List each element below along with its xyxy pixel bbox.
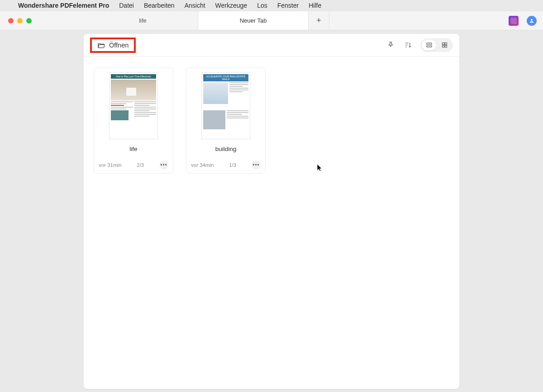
menu-hilfe[interactable]: Hilfe — [309, 2, 321, 9]
app-logo-icon[interactable] — [509, 16, 519, 26]
open-button[interactable]: Öffnen — [90, 38, 136, 53]
file-time: vor 34min — [191, 162, 214, 168]
window-controls — [0, 18, 32, 24]
close-window-button[interactable] — [8, 18, 14, 24]
new-tab-button[interactable]: + — [309, 11, 329, 30]
file-card[interactable]: How to Plan your Time Effectively life — [94, 67, 173, 174]
tab-life[interactable]: life — [88, 11, 198, 30]
menu-datei[interactable]: Datei — [119, 2, 134, 9]
svg-rect-5 — [442, 45, 444, 47]
document-tabs: life Neuer Tab + — [88, 11, 329, 30]
file-more-button[interactable]: ••• — [252, 161, 261, 170]
file-title: life — [99, 146, 168, 152]
svg-rect-1 — [426, 43, 431, 44]
tab-label: life — [139, 17, 147, 24]
user-avatar[interactable] — [527, 16, 537, 26]
menu-werkzeuge[interactable]: Werkzeuge — [215, 2, 248, 9]
menu-los[interactable]: Los — [257, 2, 267, 9]
minimize-window-button[interactable] — [17, 18, 23, 24]
pin-icon[interactable] — [386, 41, 395, 50]
file-pages: 2/3 — [137, 162, 144, 168]
grid-view-button[interactable] — [437, 40, 452, 51]
file-card[interactable]: ACCELERATE YOUR REAL ESTATE DEALS — [186, 67, 266, 174]
open-button-label: Öffnen — [109, 42, 129, 49]
app-name[interactable]: Wondershare PDFelement Pro — [18, 2, 109, 9]
file-thumbnail: How to Plan your Time Effectively — [109, 72, 158, 139]
list-view-button[interactable] — [422, 40, 436, 51]
svg-rect-6 — [445, 45, 447, 47]
menu-ansicht[interactable]: Ansicht — [185, 2, 205, 9]
svg-rect-4 — [445, 43, 447, 45]
file-title: building — [191, 146, 261, 152]
window-titlebar: life Neuer Tab + — [0, 11, 543, 30]
recent-files-panel: Öffnen How to Plan your Time — [84, 34, 459, 389]
maximize-window-button[interactable] — [26, 18, 32, 24]
panel-toolbar: Öffnen — [84, 34, 459, 57]
file-cards: How to Plan your Time Effectively life — [84, 57, 459, 184]
menu-bearbeiten[interactable]: Bearbeiten — [144, 2, 175, 9]
folder-open-icon — [97, 42, 105, 48]
macos-menubar: Wondershare PDFelement Pro Datei Bearbei… — [0, 0, 543, 11]
file-thumbnail: ACCELERATE YOUR REAL ESTATE DEALS — [201, 72, 250, 139]
tab-label: Neuer Tab — [240, 17, 267, 24]
svg-point-0 — [531, 19, 533, 21]
view-toggle — [420, 38, 453, 52]
svg-rect-3 — [442, 43, 444, 45]
file-more-button[interactable]: ••• — [159, 161, 168, 170]
sort-icon[interactable] — [403, 41, 412, 50]
tab-neuer-tab[interactable]: Neuer Tab — [198, 11, 309, 30]
file-time: vor 31min — [99, 162, 122, 168]
plus-icon: + — [316, 16, 321, 25]
svg-rect-2 — [426, 46, 431, 47]
menu-fenster[interactable]: Fenster — [277, 2, 299, 9]
file-pages: 1/3 — [229, 162, 236, 168]
